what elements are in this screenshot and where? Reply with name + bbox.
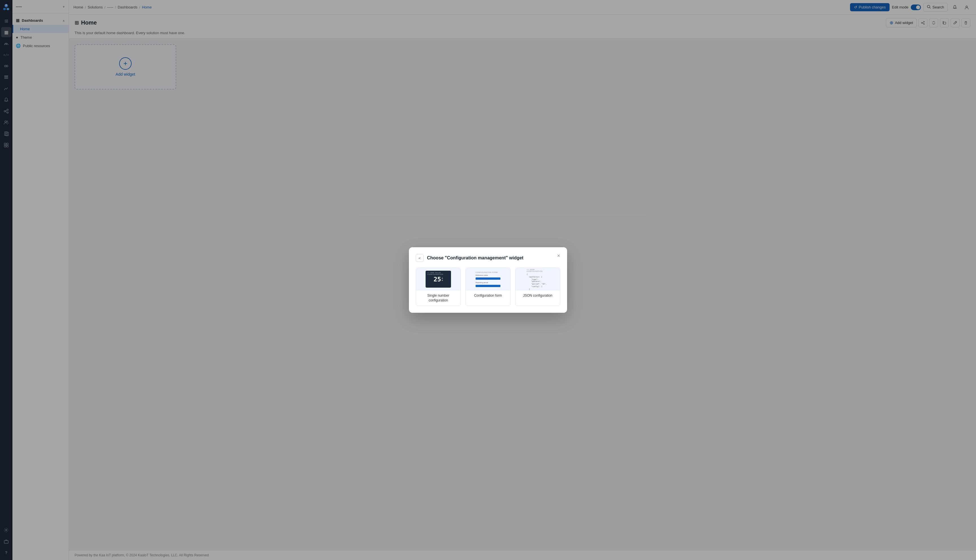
widget-cards-container: <> ONE VALUE CONFIGURATION 25 ▲ ▼ Single… [416,268,560,306]
widget-card-preview-json-config: <> JSON CONFIGURATION { <patterns>: { "t… [516,268,560,290]
modal-title: Choose "Configuration management" widget [427,255,523,260]
json-line-5: } [527,288,549,290]
modal-back-button[interactable]: < [416,254,424,262]
widget-card-single-number[interactable]: <> ONE VALUE CONFIGURATION 25 ▲ ▼ Single… [416,268,461,306]
single-number-value: 25 ▲ ▼ [434,276,443,283]
single-number-arrows: ▲ ▼ [442,277,443,282]
config-form-field-label-1: Reference value [475,274,501,276]
json-config-card-label: JSON configuration [516,290,560,301]
config-form-field-bar-1 [475,277,501,280]
choose-widget-modal: < Choose "Configuration management" widg… [409,247,567,313]
config-form-card-label: Configuration form [466,290,510,301]
widget-card-config-form[interactable]: CONFIGURATION FORM Reference value Repor… [465,268,511,306]
back-chevron-icon: < [419,256,421,260]
modal-close-button[interactable]: × [555,252,562,260]
single-number-preview: <> ONE VALUE CONFIGURATION 25 ▲ ▼ [425,271,451,288]
single-number-preview-label: <> ONE VALUE CONFIGURATION [427,272,451,275]
modal-header: < Choose "Configuration management" widg… [416,254,560,262]
widget-card-preview-single-number: <> ONE VALUE CONFIGURATION 25 ▲ ▼ [416,268,460,290]
config-form-field-label-2: Reporting period [475,282,501,283]
config-form-field-bar-2 [475,285,501,287]
json-config-preview: <> JSON CONFIGURATION { <patterns>: { "t… [525,268,551,290]
json-line-0: { [527,273,549,275]
json-config-preview-label: <> JSON CONFIGURATION [527,269,549,272]
widget-card-preview-config-form: CONFIGURATION FORM Reference value Repor… [466,268,510,290]
config-form-preview-label: CONFIGURATION FORM [475,272,501,273]
widget-card-json-config[interactable]: <> JSON CONFIGURATION { <patterns>: { "t… [515,268,560,306]
single-number-digit: 25 [434,276,441,283]
close-icon: × [557,253,560,259]
config-form-preview: CONFIGURATION FORM Reference value Repor… [474,270,502,289]
json-line-3: "period": "10", [527,283,549,285]
single-number-card-label: Single number configuration [416,290,460,306]
json-line-2: "type": "pattern", [527,278,549,282]
modal-overlay[interactable]: < Choose "Configuration management" widg… [0,0,976,560]
json-line-4: "config": { [527,285,549,287]
json-line-1: <patterns>: { [527,276,549,278]
